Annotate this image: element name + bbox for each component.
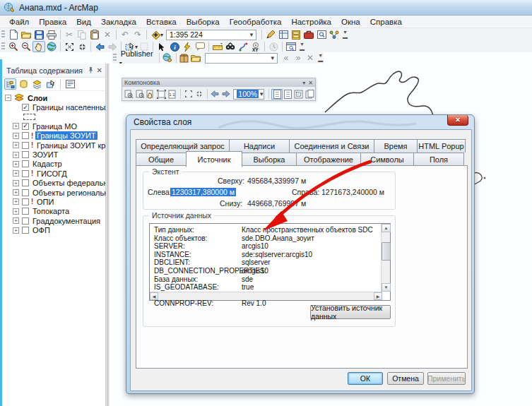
toolbar-menu-icon[interactable]: ▾ [302,80,305,86]
publish-map-button[interactable] [162,52,174,64]
measure-tool[interactable] [211,41,224,52]
list-by-selection-button[interactable] [45,78,57,90]
layer-checkbox[interactable] [22,142,29,149]
expand-icon[interactable]: + [13,217,19,224]
menu-bookmark[interactable]: Закладка [96,16,141,28]
modelbuilder-button[interactable] [328,29,341,40]
toc-layer-row[interactable]: + Граддокументация [2,216,105,225]
copy-button[interactable] [76,29,88,40]
toolbar-grip[interactable] [113,54,117,62]
tab-general[interactable]: Общие [136,153,187,166]
menu-windows[interactable]: Окна [336,16,365,28]
expand-icon[interactable]: + [13,170,19,177]
expand-icon[interactable]: + [13,208,19,215]
ok-button[interactable]: ОК [348,372,383,385]
layer-checkbox[interactable] [22,170,29,177]
layer-checkbox[interactable] [22,151,29,158]
publisher-prev-button[interactable]: « [280,52,292,64]
layer-checkbox[interactable] [22,217,29,225]
tab-selection[interactable]: Выборка [242,153,297,166]
list-by-drawing-order-button[interactable] [4,78,16,90]
menu-edit[interactable]: Правка [34,16,71,28]
pan-tool[interactable] [32,41,45,52]
horizontal-scrollbar[interactable]: ◀ ▶ [150,292,382,300]
scroll-up-icon[interactable]: ▲ [382,224,391,232]
layer-checkbox[interactable]: ✓ [22,104,29,111]
expand-icon[interactable]: + [13,142,19,148]
close-toc-icon[interactable]: ✕ [97,66,102,74]
publisher-document-combo[interactable]: ▼ [205,53,277,64]
expand-icon[interactable]: + [13,152,19,158]
menu-customize[interactable]: Настройка [286,16,336,28]
open-document-button[interactable] [20,29,32,40]
menu-help[interactable]: Справка [365,16,407,28]
redo-button[interactable]: ↷ [131,29,144,40]
menu-file[interactable]: Файл [4,16,34,28]
focus-data-frame-button[interactable] [293,89,304,100]
scroll-left-icon[interactable]: ◀ [150,292,158,300]
scrollbar-thumb[interactable] [382,242,391,261]
full-extent-button[interactable] [45,41,58,52]
toolbox-button[interactable] [302,29,315,40]
toc-group-layers[interactable]: − Слои [2,93,105,102]
layer-checkbox[interactable] [22,189,29,196]
find-route-button[interactable] [237,41,249,52]
toc-layer-row[interactable]: + ЗОУИТ [2,150,105,159]
layer-checkbox[interactable]: ✓ [22,123,29,130]
dialog-close-button[interactable]: ✕ [447,115,468,126]
toc-layer-row[interactable]: + Кадастр [2,160,105,169]
extent-left-value-selected[interactable]: 1230317,380000 м [170,188,236,196]
legend-symbol[interactable] [23,114,35,120]
scroll-right-icon[interactable]: ▶ [374,292,382,300]
html-popup-tool[interactable] [194,41,206,52]
data-driven-pages-button[interactable] [305,89,315,100]
layout-fixed-zoom-in-button[interactable] [183,89,194,100]
zoom-out-tool[interactable] [20,41,32,52]
zoom-whole-page-button[interactable] [156,89,167,100]
set-data-source-button[interactable]: Установить источник данных [310,305,391,319]
layout-pan-tool[interactable] [146,89,156,100]
layout-zoom-out-tool[interactable] [134,89,145,100]
cut-button[interactable]: ✂ [63,29,76,40]
data-source-listbox[interactable]: Тип данных:Класс пространственных объект… [149,223,391,301]
undo-button[interactable]: ↶ [119,29,131,40]
layer-checkbox[interactable] [22,160,29,167]
print-button[interactable] [45,29,58,40]
fixed-zoom-out-button[interactable] [76,41,88,52]
search-window-button[interactable] [315,29,328,40]
tab-display[interactable]: Отображение [296,153,361,166]
toc-layer-row[interactable]: + ОФП [2,225,105,234]
expand-icon[interactable]: + [13,227,19,234]
publisher-stop-button[interactable]: ✕ [305,52,317,64]
toc-layer-row[interactable]: + Топокарта [2,207,105,216]
toggle-draft-mode-button[interactable] [271,89,283,100]
save-button[interactable] [32,29,45,40]
layer-checkbox[interactable] [22,198,29,205]
new-document-button[interactable] [7,29,20,40]
hyperlink-tool[interactable] [181,41,194,52]
time-slider-button[interactable] [267,41,280,52]
table-of-contents-button[interactable] [277,29,290,40]
tab-html-popup[interactable]: HTML Popup [417,139,466,153]
expand-icon[interactable]: + [13,161,19,167]
go-back-extent-button[interactable] [93,41,106,52]
toolbar-grip[interactable] [1,30,5,39]
find-tool[interactable] [224,41,237,52]
list-by-source-button[interactable] [18,78,30,90]
package-map-button[interactable] [179,52,191,64]
fixed-zoom-in-button[interactable] [63,41,76,52]
layer-checkbox[interactable] [22,179,29,186]
map-scale-combo[interactable]: 1:395 224▼ [166,30,256,40]
layout-back-extent-button[interactable] [210,89,220,100]
toc-layer-row[interactable]: + ✓ Граница МО [2,121,105,131]
zoom-in-tool[interactable] [7,41,20,52]
expand-icon[interactable]: + [13,189,19,196]
add-data-dropdown[interactable]: ▾ [160,32,163,38]
tab-symbology[interactable]: Символы [360,153,414,166]
menu-selection[interactable]: Выборка [182,16,225,28]
toolbar-grip[interactable] [1,42,5,51]
identify-tool[interactable]: i [168,41,181,52]
pin-icon[interactable] [88,66,94,75]
layer-checkbox[interactable] [22,132,29,139]
tab-fields[interactable]: Поля [413,153,464,166]
